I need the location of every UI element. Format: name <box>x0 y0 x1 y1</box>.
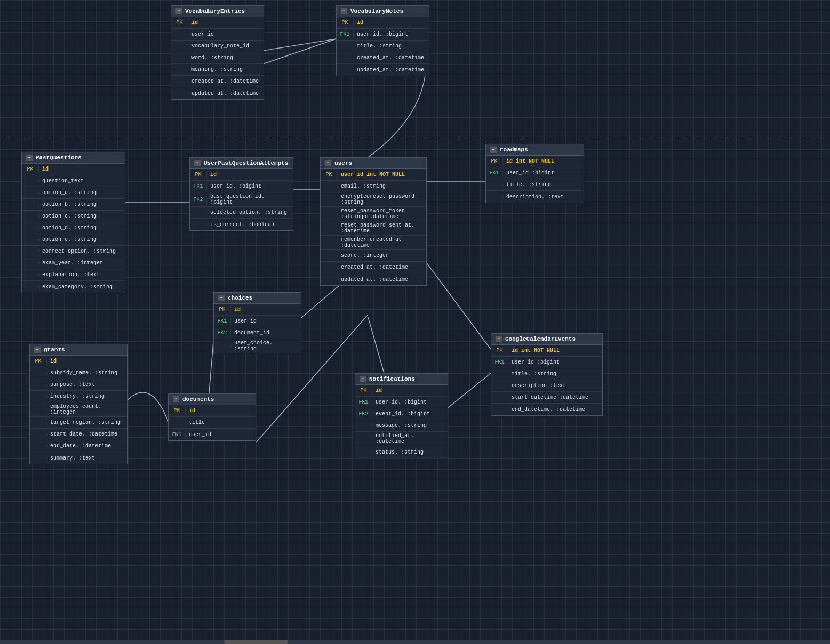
table-title: choices <box>228 295 252 301</box>
table-row: notified_at. :datetime <box>355 432 448 446</box>
table-row: exam_year. :integer <box>22 257 125 269</box>
table-PastQuestions: − PastQuestions PK id question_text opti… <box>21 152 125 293</box>
table-row: meaning. :string <box>171 64 264 76</box>
table-row: FK1 user_id <box>169 429 256 440</box>
table-choices: − choices PK id FK1 user_id FK2 document… <box>213 292 301 353</box>
table-row: correct_option. :string <box>22 246 125 257</box>
table-row: title <box>169 417 256 429</box>
table-row: PK id <box>171 17 264 29</box>
table-row: option_a. :string <box>22 187 125 199</box>
table-row: FK1 user_id. :bigint <box>337 29 429 41</box>
collapse-btn[interactable]: − <box>175 8 182 14</box>
table-title: users <box>334 160 352 166</box>
scrollbar-thumb[interactable] <box>224 640 288 644</box>
table-UserPastQuestionAttempts: − UserPastQuestionAttempts PK id FK1 use… <box>189 157 293 231</box>
table-row: word. :string <box>171 52 264 64</box>
table-title: grants <box>44 347 65 353</box>
table-row: PK id <box>214 304 301 316</box>
table-row: option_e. :string <box>22 234 125 246</box>
table-title: documents <box>182 396 214 402</box>
table-row: title. :string <box>486 179 584 191</box>
table-row: message. :string <box>355 420 448 432</box>
table-title: Notifications <box>369 376 415 382</box>
table-row: option_d. :string <box>22 222 125 234</box>
table-VocabularyNotes: − VocabularyNotes PK id FK1 user_id. :bi… <box>336 5 429 76</box>
svg-line-0 <box>263 39 336 51</box>
table-row: start_datetime :datetime <box>491 392 602 404</box>
table-grants: − grants PK id subsidy_name. :string pur… <box>29 344 128 464</box>
table-row: employees_count. :integer <box>30 402 127 417</box>
table-row: purpose. :text <box>30 379 127 391</box>
table-row: target_region. :string <box>30 417 127 429</box>
collapse-btn[interactable]: − <box>194 160 201 166</box>
table-row: FK1 user_id <box>214 316 301 327</box>
table-row: option_b. :string <box>22 199 125 211</box>
table-row: question_text <box>22 175 125 187</box>
table-row: description. :text <box>486 191 584 203</box>
collapse-btn[interactable]: − <box>34 347 41 353</box>
table-row: updated_at. :datetime <box>321 273 426 285</box>
table-row: end_date. :datetime <box>30 440 127 452</box>
table-row: remenber_created_at :datetime <box>321 236 426 250</box>
table-row: PK id <box>30 356 127 367</box>
table-row: FK1 user_id. :bigint <box>190 181 293 192</box>
table-row: selected_option. :string <box>190 207 293 219</box>
table-row: PK id <box>190 169 293 181</box>
table-row: updated_at. :datetime <box>171 87 264 99</box>
table-row: option_c. :string <box>22 211 125 222</box>
table-row: end_datetime. :datetime <box>491 404 602 415</box>
table-row: title. :string <box>491 368 602 380</box>
table-row: FK1 user_id :bigint <box>491 357 602 368</box>
table-row: updated_at. :datetime <box>337 64 429 76</box>
table-row: exam_category. :string <box>22 281 125 293</box>
table-row: vocabulary_note_id <box>171 41 264 52</box>
table-row: FK1 user_id. :bigint <box>355 397 448 408</box>
collapse-btn[interactable]: − <box>173 396 179 402</box>
table-row: start_date. :datetime <box>30 429 127 440</box>
table-row: FK2 past_question_id. :bigint <box>190 192 293 207</box>
collapse-btn[interactable]: − <box>496 336 502 342</box>
collapse-btn[interactable]: − <box>26 155 33 161</box>
table-title: VocabularyNotes <box>350 8 403 14</box>
table-row: description :text <box>491 380 602 392</box>
table-row: FK2 document_id <box>214 327 301 339</box>
table-row: PK id int NOT NULL <box>491 345 602 357</box>
table-row: PK id <box>337 17 429 29</box>
table-row: PK user_id int NOT NULL <box>321 169 426 181</box>
collapse-btn[interactable]: − <box>360 376 366 382</box>
table-documents: − documents PK id title FK1 user_id <box>168 393 256 441</box>
table-row: PK id <box>169 405 256 417</box>
table-row: FK1 user_id :bigint <box>486 167 584 179</box>
collapse-btn[interactable]: − <box>490 147 497 153</box>
table-row: created_at. :datetime <box>171 76 264 87</box>
table-row: created_at. :datetime <box>337 52 429 64</box>
table-title: UserPastQuestionAttempts <box>204 160 288 166</box>
table-Notifications: − Notifications PK id FK1 user_id. :bigi… <box>355 373 448 458</box>
table-row: status. :string <box>355 446 448 458</box>
scrollbar-horizontal[interactable] <box>0 640 830 644</box>
collapse-btn[interactable]: − <box>218 295 225 301</box>
table-row: FK2 event_id. :bigint <box>355 408 448 420</box>
collapse-btn[interactable]: − <box>325 160 331 166</box>
table-row: subsidy_name. :string <box>30 367 127 379</box>
table-row: created_at. :datetime <box>321 262 426 273</box>
collapse-btn[interactable]: − <box>341 8 347 14</box>
table-row: email. :string <box>321 181 426 192</box>
table-GoogleCalendarEvents: − GoogleCalendarEvents PK id int NOT NUL… <box>491 333 603 416</box>
table-title: PastQuestions <box>36 155 82 161</box>
table-row: explanation. :text <box>22 269 125 281</box>
table-row: PK id int NOT NULL <box>486 156 584 167</box>
table-title: GoogleCalendarEvents <box>505 336 576 342</box>
table-users: − users PK user_id int NOT NULL email. :… <box>320 157 427 286</box>
table-row: reset_password_sent_at. :datetime <box>321 221 426 236</box>
erd-canvas: − VocabularyEntries PK id user_id vocabu… <box>0 0 830 644</box>
table-row: PK id <box>355 385 448 397</box>
svg-line-10 <box>421 256 491 349</box>
table-VocabularyEntries: − VocabularyEntries PK id user_id vocabu… <box>171 5 264 100</box>
svg-line-1 <box>263 39 336 64</box>
table-row: is_correct. :boolean <box>190 219 293 230</box>
table-roadmaps: − roadmaps PK id int NOT NULL FK1 user_i… <box>485 144 584 203</box>
table-row: score. :integer <box>321 250 426 262</box>
table-row: PK id <box>22 164 125 175</box>
dashed-divider <box>0 138 830 138</box>
